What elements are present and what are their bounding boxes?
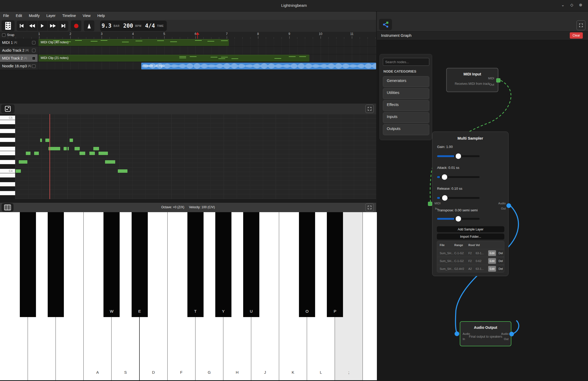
menu-item-file[interactable]: File (3, 14, 9, 18)
search-input[interactable] (383, 58, 429, 66)
param-slider[interactable] (437, 197, 480, 199)
midi-note[interactable] (99, 152, 108, 155)
roll-key-white[interactable] (0, 138, 15, 142)
close-icon[interactable]: ⊗ (579, 3, 582, 7)
roll-key-black[interactable] (0, 164, 15, 169)
bpm-value[interactable]: 200 (123, 23, 133, 29)
track-checkbox[interactable]: - (32, 57, 35, 60)
roll-key-white[interactable] (0, 129, 15, 133)
roll-playhead[interactable] (50, 114, 50, 199)
track-checkbox[interactable]: - (32, 49, 35, 52)
fast-forward-button[interactable] (47, 21, 58, 31)
delete-sample-button[interactable]: Del (497, 258, 504, 264)
edit-sample-button[interactable]: Edit (488, 266, 496, 272)
midi-note[interactable] (26, 152, 30, 155)
midi-note[interactable] (68, 147, 69, 150)
roll-key-white[interactable] (0, 182, 15, 187)
slider-thumb[interactable] (442, 195, 448, 201)
roll-key-black[interactable] (0, 133, 15, 138)
track-header-noodle-18-mp3[interactable]: Noodle 18.mp3[A]- (0, 62, 38, 70)
track-lane[interactable] (38, 46, 376, 54)
midi-clip[interactable]: MIDI Clip (40 notes) (39, 39, 229, 46)
rewind-button[interactable] (27, 21, 37, 31)
minimize-icon[interactable]: ⌄ (561, 3, 565, 7)
node-multi-sampler[interactable]: Multi Sampler MIDI In Audio Out Add Samp… (432, 132, 509, 276)
skip-start-button[interactable] (17, 21, 27, 31)
track-checkbox[interactable]: - (32, 41, 35, 44)
add-sample-layer-button[interactable]: Add Sample Layer (437, 226, 504, 232)
track-header-audio-track-2[interactable]: Audio Track 2[A]- (0, 46, 38, 54)
black-key[interactable] (20, 212, 36, 317)
play-button[interactable] (37, 21, 48, 31)
clear-graph-button[interactable]: Clear (570, 32, 583, 39)
black-key-T[interactable]: T (187, 212, 204, 317)
param-slider[interactable] (437, 218, 480, 220)
midi-note[interactable] (93, 147, 99, 150)
import-folder-button[interactable]: Import Folder... (437, 234, 504, 240)
bar-position-value[interactable]: 9.3 (102, 23, 112, 29)
timeline-ruler[interactable]: Snap 1234567891011 (0, 32, 376, 39)
midi-note[interactable] (19, 160, 27, 164)
track-lane[interactable]: Noodle 18.mp3 (38, 62, 376, 70)
menu-item-modify[interactable]: Modify (29, 14, 40, 18)
time-signature-value[interactable]: 4/4 (145, 23, 155, 29)
roll-key-white[interactable] (0, 160, 15, 164)
roll-key-black[interactable] (0, 124, 15, 129)
midi-clip[interactable]: MIDI Clip (21 notes) (39, 55, 309, 62)
roll-key-white[interactable] (0, 151, 15, 156)
roll-key-white[interactable]: C5 (0, 116, 15, 120)
midi-note[interactable] (105, 160, 115, 164)
roll-key-black[interactable] (0, 187, 15, 191)
delete-sample-button[interactable]: Del (497, 250, 504, 256)
black-key-U[interactable]: U (243, 212, 259, 317)
piano-roll-grid[interactable] (15, 114, 376, 199)
snap-checkbox[interactable] (2, 33, 5, 37)
roll-key-black[interactable] (0, 142, 15, 147)
piano-roll-fullscreen-button[interactable] (365, 105, 374, 113)
black-key[interactable] (48, 212, 64, 317)
roll-key-white[interactable] (0, 191, 15, 195)
sampler-audio-out-port[interactable] (506, 203, 511, 208)
roll-key-black[interactable] (0, 156, 15, 160)
midi-note[interactable] (70, 139, 73, 142)
menu-item-view[interactable]: View (83, 14, 90, 18)
category-button-utilities[interactable]: Utilities (383, 88, 429, 99)
node-audio-output[interactable]: Audio Output Audio In Audio Out Final ou… (460, 321, 511, 346)
midi-note[interactable] (64, 147, 67, 150)
film-button[interactable] (2, 20, 15, 31)
midi-note[interactable] (118, 169, 127, 173)
roll-key-white[interactable] (0, 120, 15, 124)
edit-sample-button[interactable]: Edit (488, 258, 496, 264)
timeline-empty-area[interactable] (0, 70, 376, 104)
edit-sample-button[interactable]: Edit (488, 250, 496, 256)
track-lane[interactable]: MIDI Clip (21 notes) (38, 54, 376, 62)
audio-output-out-port[interactable] (509, 332, 514, 336)
slider-thumb[interactable] (456, 216, 461, 222)
menu-item-help[interactable]: Help (97, 14, 105, 18)
menu-item-timeline[interactable]: Timeline (62, 14, 76, 18)
track-lane[interactable]: MIDI Clip (40 notes) (38, 39, 376, 46)
graph-fullscreen-button[interactable] (577, 20, 585, 30)
roll-key-white[interactable] (0, 173, 15, 178)
roll-key-white[interactable]: C4 (0, 169, 15, 173)
piano-roll[interactable]: C5C4 (0, 114, 376, 199)
midi-note[interactable] (45, 139, 49, 142)
black-key-Y[interactable]: Y (215, 212, 231, 317)
menu-item-layer[interactable]: Layer (46, 14, 56, 18)
category-button-outputs[interactable]: Outputs (383, 124, 429, 135)
keyboard-fullscreen-button[interactable] (365, 203, 374, 212)
midi-out-port[interactable] (496, 78, 500, 82)
black-key-P[interactable]: P (327, 212, 343, 317)
node-midi-input[interactable]: MIDI Input Receives MIDI from track MIDI… (446, 68, 498, 92)
audio-clip[interactable]: Noodle 18.mp3 (141, 63, 376, 69)
roll-key-black[interactable] (0, 195, 15, 199)
midi-note[interactable] (75, 147, 80, 150)
black-key-O[interactable]: O (299, 212, 315, 317)
midi-note[interactable] (89, 152, 95, 155)
metronome-button[interactable] (84, 20, 94, 31)
param-slider[interactable] (437, 155, 480, 157)
roll-key-black[interactable] (0, 178, 15, 182)
graph-view-button[interactable] (379, 19, 392, 30)
piano-roll-mode-button[interactable] (1, 104, 15, 113)
track-header-midi-1[interactable]: MIDI 1[A]- (0, 39, 38, 46)
